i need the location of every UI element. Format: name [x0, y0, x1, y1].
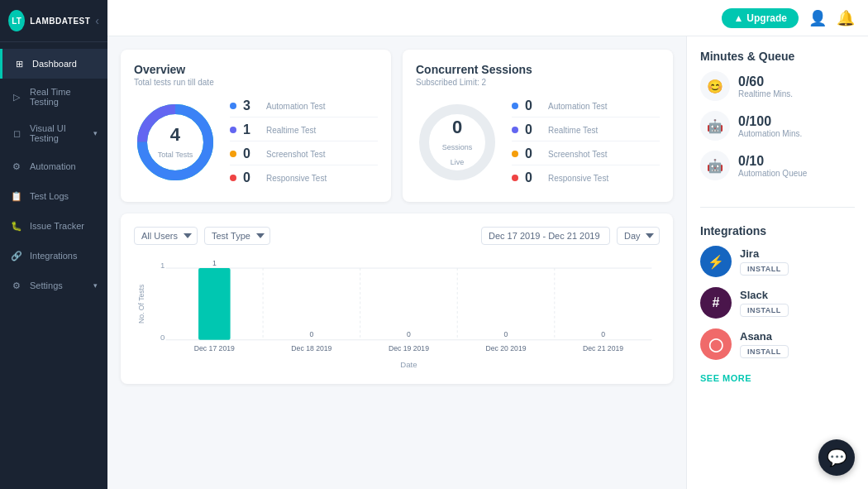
- sidebar-item-label: Dashboard: [32, 59, 77, 69]
- stat-value: 0: [243, 170, 260, 185]
- stat-label: Screenshot Test: [266, 150, 326, 159]
- svg-text:0: 0: [160, 333, 165, 342]
- sidebar-item-dashboard[interactable]: ⊞ Dashboard: [0, 49, 107, 79]
- svg-text:1: 1: [160, 261, 165, 270]
- chat-bubble[interactable]: 💬: [818, 439, 855, 476]
- slack-install-button[interactable]: INSTALL: [740, 304, 789, 317]
- sidebar-nav: ⊞ Dashboard ▷ Real Time Testing ◻ Visual…: [0, 42, 107, 489]
- test-logs-icon: 📋: [10, 189, 23, 203]
- asana-name: Asana: [740, 330, 855, 343]
- asana-icon: ◯: [700, 328, 732, 360]
- svg-text:0: 0: [601, 330, 605, 338]
- integrations-title: Integrations: [700, 224, 855, 237]
- stat-dot: [230, 175, 236, 181]
- slack-name: Slack: [740, 289, 855, 301]
- jira-name: Jira: [740, 247, 855, 260]
- issue-tracker-icon: 🐛: [10, 219, 23, 233]
- cards-row: Overview Total tests run till date: [121, 50, 673, 202]
- sidebar-item-visual-ui-testing[interactable]: ◻ Visual UI Testing ▾: [0, 115, 107, 151]
- users-filter[interactable]: All Users: [134, 227, 198, 245]
- integration-item-slack: # Slack INSTALL: [700, 287, 855, 319]
- stat-value: 1: [243, 122, 260, 137]
- svg-text:0: 0: [504, 330, 508, 338]
- minutes-icon: 😊: [700, 71, 730, 101]
- sidebar-item-label: Integrations: [30, 251, 77, 261]
- minutes-item: 🤖 0/10 Automation Queue: [700, 151, 855, 180]
- sidebar-item-issue-tracker[interactable]: 🐛 Issue Tracker: [0, 211, 107, 241]
- jira-install-button[interactable]: INSTALL: [740, 262, 789, 276]
- svg-text:Dec 18 2019: Dec 18 2019: [291, 344, 331, 352]
- right-panel: Minutes & Queue 😊 0/60 Realtime Mins. 🤖 …: [686, 36, 868, 489]
- overview-stat-row: 1 Realtime Test: [230, 119, 378, 141]
- sessions-total: 0: [436, 117, 478, 138]
- concurrent-stats: 0 Automation Test 0 Realtime Test 0 Scre…: [512, 95, 660, 189]
- upgrade-button[interactable]: ▲ Upgrade: [722, 8, 799, 28]
- real-time-testing-icon: ▷: [10, 90, 23, 103]
- sidebar-item-label: Issue Tracker: [30, 221, 84, 231]
- minutes-item: 🤖 0/100 Automation Mins.: [700, 111, 855, 141]
- stat-label: Screenshot Test: [548, 150, 608, 159]
- sidebar-item-integrations[interactable]: 🔗 Integrations: [0, 241, 107, 271]
- minutes-label: Realtime Mins.: [738, 89, 793, 98]
- minutes-queue-title: Minutes & Queue: [700, 50, 855, 63]
- stat-label: Realtime Test: [266, 126, 316, 135]
- stat-value: 0: [525, 98, 541, 113]
- sidebar-item-test-logs[interactable]: 📋 Test Logs: [0, 181, 107, 211]
- svg-text:Dec 20 2019: Dec 20 2019: [485, 344, 526, 352]
- integration-items: ⚡ Jira INSTALL # Slack INSTALL ◯ Asana I…: [700, 246, 855, 360]
- overview-stats: 3 Automation Test 1 Realtime Test 0 Scre…: [230, 95, 378, 189]
- overview-stat-row: 3 Automation Test: [230, 95, 378, 117]
- sidebar-item-label: Test Logs: [30, 191, 69, 201]
- concurrent-inner: 0 Sessions Live 0 Automation Test 0 Real…: [416, 95, 660, 189]
- svg-text:1: 1: [212, 259, 217, 267]
- stat-dot: [230, 151, 236, 157]
- date-range-input[interactable]: [481, 227, 610, 245]
- svg-text:Dec 21 2019: Dec 21 2019: [583, 344, 623, 352]
- concurrent-subtitle: Subscribed Limit: 2: [416, 78, 660, 87]
- content-area: Overview Total tests run till date: [107, 36, 868, 489]
- stat-dot: [230, 127, 236, 133]
- notification-icon[interactable]: 🔔: [837, 9, 855, 27]
- overview-inner: 4 Total Tests 3 Automation Test 1 Realti…: [134, 95, 378, 189]
- sidebar-item-label: Real Time Testing: [30, 87, 98, 107]
- sidebar-collapse-icon[interactable]: ‹: [95, 14, 99, 27]
- sidebar-item-label: Visual UI Testing: [30, 123, 87, 143]
- overview-stat-row: 0 Responsive Test: [230, 167, 378, 189]
- sessions-total-label: Sessions Live: [442, 143, 473, 166]
- chevron-icon: ▾: [93, 281, 98, 290]
- stat-value: 0: [243, 146, 260, 161]
- test-type-filter[interactable]: Test Type: [204, 227, 270, 245]
- sidebar-item-settings[interactable]: ⚙ Settings ▾: [0, 271, 107, 300]
- stat-dot: [230, 103, 236, 109]
- sidebar-item-real-time-testing[interactable]: ▷ Real Time Testing: [0, 79, 107, 115]
- chart-bar: [198, 268, 231, 340]
- minutes-label: Automation Mins.: [738, 129, 802, 138]
- settings-icon: ⚙: [10, 279, 23, 292]
- overview-total: 4: [158, 124, 193, 146]
- svg-text:0: 0: [407, 330, 411, 338]
- chevron-icon: ▾: [93, 129, 98, 137]
- user-icon[interactable]: 👤: [808, 9, 827, 27]
- see-more-link[interactable]: SEE MORE: [700, 373, 751, 383]
- overview-title: Overview: [134, 63, 378, 76]
- minutes-items: 😊 0/60 Realtime Mins. 🤖 0/100 Automation…: [700, 71, 855, 180]
- content-main: Overview Total tests run till date: [107, 36, 686, 489]
- sidebar-item-automation[interactable]: ⚙ Automation: [0, 151, 107, 181]
- divider: [700, 207, 855, 208]
- concurrent-sessions-card: Concurrent Sessions Subscribed Limit: 2 …: [403, 50, 673, 202]
- minutes-queue-section: Minutes & Queue 😊 0/60 Realtime Mins. 🤖 …: [700, 50, 855, 190]
- logo-icon: LT: [8, 10, 25, 31]
- stat-label: Responsive Test: [548, 174, 608, 183]
- overview-total-label: Total Tests: [158, 151, 193, 159]
- integration-item-asana: ◯ Asana INSTALL: [700, 328, 855, 360]
- stat-value: 0: [525, 146, 541, 161]
- interval-filter[interactable]: Day: [617, 227, 660, 245]
- svg-text:Date: Date: [400, 360, 417, 369]
- topbar: ▲ Upgrade 👤 🔔: [107, 0, 868, 36]
- app-name: LAMBDATEST: [30, 17, 90, 26]
- asana-install-button[interactable]: INSTALL: [740, 345, 789, 358]
- minutes-value: 0/100: [738, 114, 802, 129]
- concurrent-stat-row: 0 Responsive Test: [512, 167, 660, 189]
- stat-label: Automation Test: [266, 102, 326, 111]
- integrations-icon: 🔗: [10, 249, 23, 262]
